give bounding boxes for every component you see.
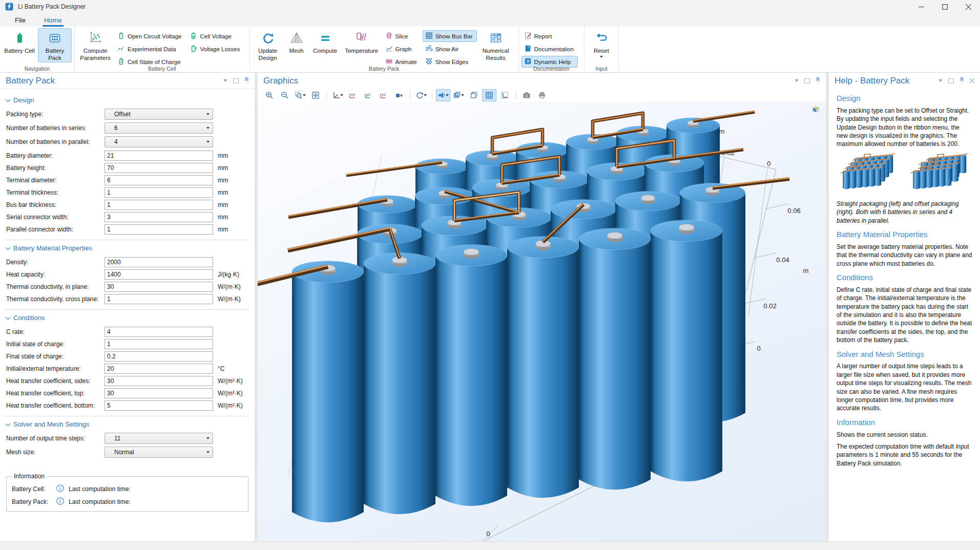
restore-panel-icon[interactable]	[233, 78, 239, 83]
density-input[interactable]	[105, 257, 213, 267]
svg-text:0: 0	[757, 345, 760, 352]
compute-parameters-button[interactable]: Compute Parameters	[77, 28, 113, 62]
svg-text:xz: xz	[382, 92, 386, 97]
final-state-of-charge-input[interactable]	[105, 351, 213, 362]
section-conditions[interactable]: Conditions	[6, 314, 248, 322]
thermal-conductivity-in-plane-input[interactable]	[105, 282, 213, 292]
show-grid-button[interactable]	[482, 89, 496, 101]
pin-icon[interactable]	[244, 77, 249, 84]
terminal-diameter-input[interactable]	[105, 175, 213, 185]
graphics-canvas[interactable]: 0.060.04m0.0200.060.04m0.0200.10.05m0	[258, 102, 826, 542]
terminal-thickness-input[interactable]	[105, 187, 213, 198]
print-button[interactable]	[535, 89, 549, 101]
chevron-down-icon[interactable]	[795, 79, 799, 82]
mesh-button[interactable]: Mesh	[285, 28, 308, 55]
chevron-down-icon	[461, 94, 464, 96]
rotate-button[interactable]	[414, 89, 428, 101]
packing-type-dropdown[interactable]: Offset	[105, 109, 213, 120]
mesh-size-dropdown[interactable]: Normal	[105, 447, 213, 458]
temperature-button[interactable]: Temperature	[342, 28, 381, 55]
battery-height-input[interactable]	[105, 163, 213, 173]
heat-transfer-top-input[interactable]	[105, 388, 213, 398]
section-battery-material-properties[interactable]: Battery Material Properties	[6, 244, 248, 252]
default-view-button[interactable]	[330, 89, 345, 101]
battery-pack-button[interactable]: Battery Pack	[38, 28, 72, 62]
batteries-in-series-dropdown[interactable]: 6	[105, 122, 213, 134]
cell-state-of-charge-icon	[117, 57, 125, 66]
report-button[interactable]: Report	[522, 30, 578, 42]
zoom-extents-button[interactable]	[308, 89, 323, 101]
parallel-connector-width-input[interactable]	[105, 224, 213, 235]
slice-button[interactable]: Slice	[383, 30, 421, 42]
app-icon	[5, 3, 13, 11]
zoom-in-button[interactable]	[262, 89, 277, 101]
section-solver-and-mesh-settings[interactable]: Solver and Mesh Settings	[6, 420, 248, 428]
battery-cell-icon	[12, 30, 27, 46]
wireframe-cube-button[interactable]	[467, 89, 481, 101]
numerical-results-button[interactable]: Numerical Results	[478, 28, 513, 62]
show-bus-bar-icon	[425, 32, 433, 40]
open-circuit-voltage-button[interactable]: Open Circuit Voltage	[115, 30, 185, 42]
restore-panel-icon[interactable]	[804, 78, 810, 83]
heat-transfer-sides-input[interactable]	[105, 376, 213, 386]
show-air-button[interactable]: Show Air	[423, 43, 477, 55]
menu-file[interactable]: File	[13, 15, 27, 27]
close-panel-icon[interactable]	[970, 77, 974, 84]
pin-icon[interactable]	[816, 77, 820, 84]
initial-external-temperature-input[interactable]	[105, 364, 213, 374]
heat-capacity-input[interactable]	[105, 269, 213, 280]
chevron-down-icon	[303, 94, 306, 96]
show-bus-bar-button[interactable]: Show Bus Bar	[423, 30, 477, 42]
close-button[interactable]	[956, 0, 980, 13]
offset-packaging-thumbnail	[907, 152, 972, 197]
reset-button[interactable]: Reset	[587, 28, 616, 59]
batteries-in-parallel-dropdown[interactable]: 4	[105, 136, 213, 147]
ribbon-group-battery-cell: Compute Parameters Open Circuit Voltage …	[75, 27, 250, 72]
snapshot-button[interactable]	[519, 89, 534, 101]
experimental-data-button[interactable]: Experimental Data	[115, 43, 185, 55]
update-design-button[interactable]: Update Design	[253, 28, 283, 62]
chevron-down-icon	[424, 94, 427, 96]
restore-panel-icon[interactable]	[948, 78, 954, 83]
help-text-design: The packing type can be set to Offset or…	[837, 107, 972, 149]
pin-icon[interactable]	[960, 77, 964, 84]
graph-button[interactable]: Graph	[383, 43, 421, 55]
chevron-down-icon[interactable]	[939, 79, 943, 82]
zoom-box-button[interactable]	[293, 89, 307, 101]
view-xz-button[interactable]: xz	[377, 89, 391, 101]
open-circuit-voltage-icon	[117, 32, 125, 40]
documentation-button[interactable]: Documentation	[522, 43, 578, 55]
bus-bar-thickness-input[interactable]	[105, 200, 213, 210]
reset-icon	[594, 30, 609, 46]
perspective-view-button[interactable]	[392, 89, 406, 101]
heat-transfer-bottom-input[interactable]	[105, 400, 213, 411]
maximize-button[interactable]	[933, 0, 956, 13]
c-rate-input[interactable]	[105, 327, 213, 337]
show-edges-icon	[425, 57, 433, 66]
scene-light-button[interactable]	[436, 89, 450, 101]
output-time-steps-dropdown[interactable]: 11	[105, 433, 213, 444]
ribbon-group-input: Reset Input	[585, 27, 619, 72]
zoom-out-button[interactable]	[278, 89, 292, 101]
voltage-losses-button[interactable]: Voltage Losses	[187, 43, 244, 55]
help-text-solver: A larger number of output time steps lea…	[837, 362, 972, 413]
battery-diameter-input[interactable]	[105, 151, 213, 161]
cell-voltage-button[interactable]: Cell Voltage	[187, 30, 244, 42]
thermal-conductivity-cross-plane-input[interactable]	[105, 294, 213, 304]
compute-button[interactable]: Compute	[310, 28, 341, 55]
transparency-button[interactable]	[451, 89, 466, 101]
chevron-down-icon[interactable]	[223, 79, 227, 82]
section-design[interactable]: Design	[6, 96, 248, 104]
battery-cell-button[interactable]: Battery Cell	[3, 28, 36, 55]
view-cube-icon[interactable]	[811, 105, 820, 115]
initial-state-of-charge-input[interactable]	[105, 339, 213, 349]
serial-connector-width-input[interactable]	[105, 212, 213, 222]
show-axes-button[interactable]	[497, 89, 512, 101]
minimize-button[interactable]	[909, 0, 933, 13]
collapse-icon	[6, 245, 11, 250]
battery-pack-3d-view[interactable]: 0.060.04m0.0200.060.04m0.0200.10.05m0	[258, 102, 826, 542]
view-xy-button[interactable]: xy	[346, 89, 360, 101]
voltage-losses-icon	[190, 45, 197, 53]
menu-home[interactable]: Home	[43, 15, 64, 27]
view-yz-button[interactable]: yz	[361, 89, 376, 101]
